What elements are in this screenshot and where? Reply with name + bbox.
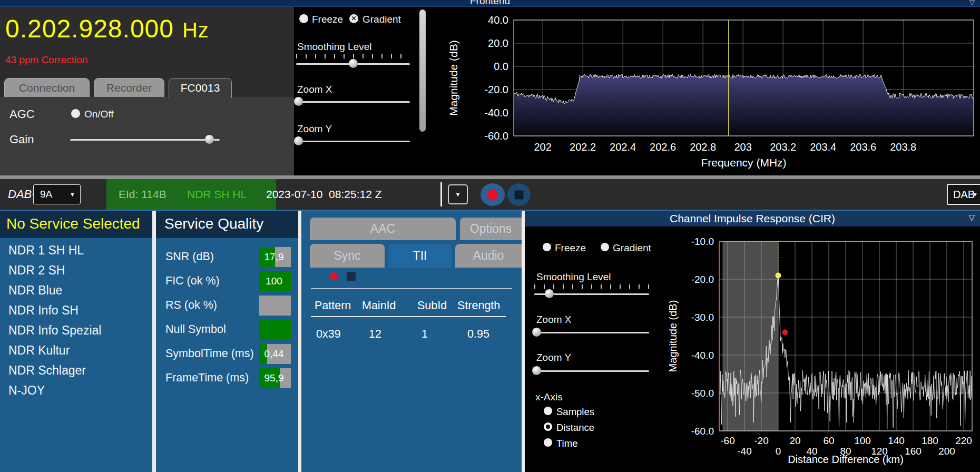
detail-panel: AAC Options Sync TII Audio Pattern MainI… [301, 211, 522, 472]
scan-dropdown-button[interactable]: ▼ [448, 184, 468, 204]
tuner-tab-content: AGC On/Off Gain [0, 97, 294, 175]
xaxis-time-label: Time [556, 438, 577, 449]
svg-text:-40.0: -40.0 [691, 350, 714, 361]
collapse-triangle-icon[interactable]: ▽ [968, 213, 975, 222]
symboltime-bar: 0,44 [259, 344, 291, 364]
rs-value [259, 296, 289, 316]
svg-text:-20: -20 [754, 435, 768, 446]
service-list-panel: No Service Selected NDR 1 SH HL NDR 2 SH… [0, 211, 152, 472]
tab-fc0013[interactable]: FC0013 [169, 78, 232, 98]
snr-bar: 17,9 [259, 247, 291, 267]
xaxis-distance-radio[interactable] [544, 422, 552, 431]
cir-title: Channel Impulse Response (CIR) [525, 212, 980, 225]
svg-text:180: 180 [922, 435, 938, 446]
xaxis-distance-label: Distance [556, 422, 594, 434]
service-item[interactable]: NDR Info SH [0, 300, 152, 320]
svg-text:220: 220 [955, 435, 972, 446]
agc-option-label: On/Off [84, 109, 114, 120]
service-item[interactable]: NDR 1 SH HL [0, 240, 152, 260]
tii-col-strength: Strength [457, 299, 500, 312]
null-symbol-label: Null Symbol [165, 323, 226, 336]
gain-slider-track[interactable] [70, 139, 220, 141]
service-item[interactable]: N-JOY [0, 380, 152, 400]
cir-zoomy-slider[interactable] [534, 366, 649, 376]
frequency-unit: Hz [182, 18, 209, 42]
spectrum-zoomy-track[interactable] [296, 141, 410, 142]
record-icon [487, 189, 498, 200]
cir-smoothing-thumb[interactable] [545, 289, 554, 298]
ensemble-bar-separator [440, 182, 442, 206]
svg-text:-50.0: -50.0 [691, 388, 714, 399]
cir-zoomy-track[interactable] [534, 370, 649, 372]
tab-aac[interactable]: AAC [310, 218, 456, 240]
splitter-1[interactable] [152, 211, 156, 472]
service-item[interactable]: NDR Blue [0, 280, 152, 300]
agc-toggle[interactable] [71, 109, 80, 118]
spectrum-zoomx-slider[interactable] [296, 97, 410, 106]
null-symbol-value [259, 320, 289, 340]
symboltime-label: SymbolTime (ms) [165, 347, 254, 360]
spectrum-zoomy-slider[interactable] [296, 136, 410, 146]
snr-label: SNR (dB) [165, 250, 214, 263]
horizontal-splitter[interactable] [0, 175, 980, 179]
spectrum-smoothing-thumb[interactable] [349, 59, 358, 68]
tii-pattern-value: 0x39 [316, 328, 341, 341]
service-item[interactable]: NDR Info Spezial [0, 320, 152, 340]
svg-text:20: 20 [789, 435, 800, 446]
spectrum-zoomx-track[interactable] [296, 101, 410, 103]
spectrum-freeze-radio[interactable] [299, 14, 308, 23]
service-item[interactable]: NDR Kultur [0, 340, 152, 360]
cir-zoomx-slider[interactable] [534, 328, 649, 337]
xaxis-time-radio[interactable] [544, 438, 552, 447]
svg-text:160: 160 [905, 446, 922, 457]
gain-label: Gain [9, 133, 34, 146]
spectrum-zoomy-thumb[interactable] [294, 136, 303, 145]
tii-divider [311, 288, 512, 289]
spectrum-gradient-label: Gradient [362, 14, 401, 25]
cir-zoomy-thumb[interactable] [532, 366, 541, 375]
service-list: NDR 1 SH HL NDR 2 SH NDR Blue NDR Info S… [0, 240, 152, 400]
chevron-down-icon: ▼ [70, 191, 75, 198]
channel-value: 9A [40, 189, 52, 200]
svg-text:-60: -60 [720, 435, 734, 446]
stop-button[interactable] [507, 183, 531, 206]
xaxis-samples-radio[interactable] [544, 407, 552, 415]
channel-selector[interactable]: 9A ▼ [33, 184, 81, 204]
spectrum-gradient-checkbox[interactable]: ✕ [349, 14, 358, 23]
stop-icon [515, 190, 524, 199]
tab-sync[interactable]: Sync [310, 244, 385, 268]
spectrum-zoomx-thumb[interactable] [294, 97, 303, 106]
svg-text:0.0: 0.0 [494, 61, 508, 72]
cir-zoomx-thumb[interactable] [532, 328, 541, 337]
frontend-spectrum-plot: 40.020.00.0-20.0-40.0-60.0202202.2202.42… [432, 6, 980, 176]
gain-slider-thumb[interactable] [205, 135, 214, 144]
spectrum-smoothing-slider[interactable] [296, 59, 410, 68]
service-item[interactable]: NDR Schlager [0, 360, 152, 380]
record-button[interactable] [481, 183, 505, 206]
service-quality-header: Service Quality [156, 211, 298, 238]
spectrum-scale-handle[interactable] [419, 9, 426, 132]
cir-freeze-label: Freeze [555, 242, 586, 254]
tab-recorder[interactable]: Recorder [94, 78, 164, 97]
collapse-triangle-icon[interactable]: ▽ [969, 0, 975, 6]
tab-audio[interactable]: Audio [455, 244, 522, 268]
output-mode-selector[interactable]: DAB ▼ [947, 184, 980, 205]
cir-smoothing-slider[interactable] [534, 289, 649, 299]
service-item[interactable]: NDR 2 SH [0, 260, 152, 280]
cir-smoothing-label: Smoothing Level [536, 271, 611, 283]
tab-connection[interactable]: Connection [4, 78, 90, 97]
spectrum-zoomy-label: Zoom Y [297, 123, 332, 135]
cir-zoomx-track[interactable] [534, 332, 649, 333]
spectrum-zoomx-label: Zoom X [297, 84, 332, 95]
gain-slider[interactable] [70, 135, 220, 144]
tab-options[interactable]: Options [460, 218, 522, 240]
snr-value: 17,9 [259, 247, 289, 267]
cir-gradient-radio[interactable] [601, 243, 609, 251]
tab-tii[interactable]: TII [388, 244, 452, 268]
svg-text:Magnitude (dB): Magnitude (dB) [447, 40, 459, 116]
spectrum-freeze-label: Freeze [312, 14, 343, 25]
svg-text:-30.0: -30.0 [691, 312, 714, 323]
cir-freeze-radio[interactable] [543, 243, 551, 251]
svg-text:Distance Difference (km): Distance Difference (km) [788, 454, 904, 465]
ensemble-bar: DAB+ 9A ▼ EId: 114B NDR SH HL 2023-07-10… [0, 179, 980, 210]
